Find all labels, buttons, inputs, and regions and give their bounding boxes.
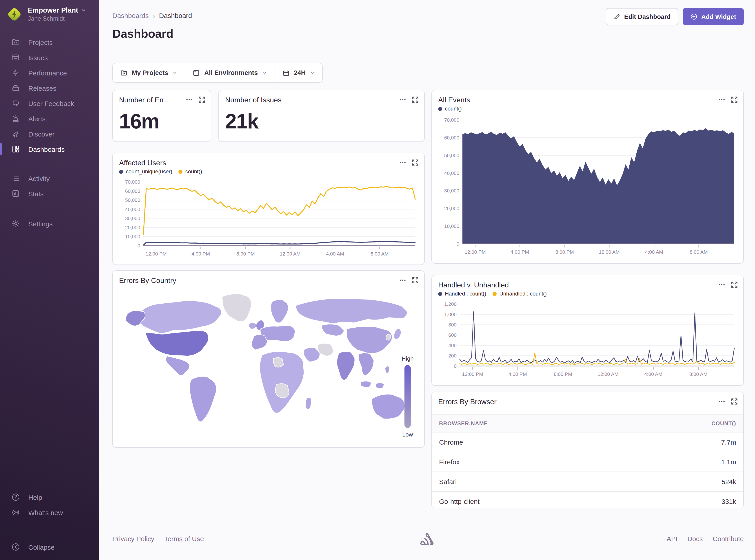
errors-count-value: 16m [119, 109, 159, 133]
widget-menu-icon[interactable] [718, 96, 725, 103]
sidebar-item-settings[interactable]: Settings [0, 216, 99, 231]
org-switcher[interactable]: Empower Plant Jane Schmidt [0, 0, 99, 27]
map-region-iceland[interactable] [249, 323, 256, 329]
all-events-chart[interactable]: 70,00060,00050,00040,00030,00020,00010,0… [438, 115, 738, 258]
legend-item-count[interactable]: count() [179, 168, 202, 175]
sidebar-item-activity[interactable]: Activity [0, 171, 99, 186]
legend-label: Unhandled : count() [499, 291, 547, 297]
time-range-dropdown[interactable]: 24H [274, 63, 322, 82]
map-region-korea[interactable] [386, 334, 391, 340]
map-region-us[interactable] [145, 331, 208, 356]
table-row-firefox: Firefox1.1m [432, 452, 743, 472]
activity-icon [11, 174, 20, 183]
map-region-central-asia[interactable] [322, 324, 344, 336]
sidebar-item-issues[interactable]: Issues [0, 50, 99, 65]
map-region-se-asia[interactable] [359, 353, 374, 376]
map-region-libya[interactable] [273, 358, 284, 367]
map-region-madagascar[interactable] [305, 397, 311, 409]
legend-dot [438, 292, 442, 296]
sidebar-item-label: User Feedback [28, 99, 74, 107]
sidebar-item-releases[interactable]: Releases [0, 80, 99, 96]
map-region-canada[interactable] [138, 301, 221, 333]
sidebar-item-alerts[interactable]: Alerts [0, 111, 99, 126]
widget-menu-icon[interactable] [399, 159, 406, 166]
sidebar-item-label: Alerts [28, 115, 45, 122]
footer-link-contribute[interactable]: Contribute [713, 535, 744, 542]
sidebar-item-help[interactable]: Help [0, 489, 99, 505]
legend-label: count() [445, 105, 462, 112]
map-region-china[interactable] [347, 327, 392, 354]
map-region-japan[interactable] [394, 328, 401, 339]
footer-link-terms-of-use[interactable]: Terms of Use [164, 535, 204, 542]
table-header-row: BROWSER.NAMECOUNT() [432, 415, 743, 432]
svg-text:60,000: 60,000 [125, 188, 140, 194]
widget-menu-icon[interactable] [718, 398, 725, 405]
widget-expand-icon[interactable] [731, 96, 738, 103]
world-map[interactable] [118, 289, 415, 442]
map-region-middle-east[interactable] [304, 347, 320, 362]
map-region-mexico[interactable] [166, 356, 190, 376]
footer-link-docs[interactable]: Docs [688, 535, 703, 542]
sidebar-item-user-feedback[interactable]: User Feedback [0, 96, 99, 111]
widget-expand-icon[interactable] [198, 96, 206, 103]
legend-item-unhandled-count[interactable]: Unhandled : count() [492, 291, 547, 297]
widget-expand-icon[interactable] [412, 96, 419, 103]
affected-users-chart[interactable]: 70,00060,00050,00040,00030,00020,00010,0… [119, 178, 419, 260]
widget-menu-icon[interactable] [718, 281, 725, 288]
widget-menu-icon[interactable] [399, 96, 406, 103]
map-region-russia[interactable] [296, 298, 407, 324]
widget-expand-icon[interactable] [412, 277, 419, 284]
widget-errors-by-country: Errors By Country [112, 271, 425, 448]
handled-chart[interactable]: 1,2001,000800600400200012:00 PM4:00 PM8:… [438, 300, 738, 380]
sidebar-item-performance[interactable]: Performance [0, 65, 99, 80]
sidebar-item-stats[interactable]: Stats [0, 186, 99, 201]
legend-item-count-unique-user[interactable]: count_unique(user) [119, 168, 172, 175]
browser-name-cell: Firefox [432, 452, 624, 472]
edit-dashboard-button[interactable]: Edit Dashboard [606, 8, 678, 25]
widget-menu-icon[interactable] [186, 96, 193, 103]
map-region-scandinavia[interactable] [271, 300, 288, 323]
map-region-india[interactable] [337, 352, 355, 380]
sidebar-nav-secondary: ActivityStats [0, 171, 99, 201]
sidebar-item-what-s-new[interactable]: What's new [0, 505, 99, 520]
map-region-iran[interactable] [318, 343, 334, 356]
widget-expand-icon[interactable] [731, 281, 738, 288]
map-region-indonesia-east[interactable] [375, 383, 384, 389]
projects-filter-dropdown[interactable]: My Projects [113, 63, 185, 82]
legend-item-count[interactable]: count() [438, 105, 462, 112]
widget-title: Errors By Country [119, 277, 176, 285]
map-region-france-iberia[interactable] [251, 335, 267, 350]
widget-menu-icon[interactable] [399, 277, 406, 284]
environments-filter-dropdown[interactable]: All Environments [185, 63, 275, 82]
svg-text:12:00 PM: 12:00 PM [146, 251, 167, 257]
sidebar-item-label: What's new [28, 508, 63, 516]
add-widget-button[interactable]: Add Widget [683, 8, 744, 25]
dashboards-icon [11, 145, 20, 154]
map-legend-gradient [404, 365, 411, 428]
sidebar-item-discover[interactable]: Discover [0, 126, 99, 141]
map-region-south-america[interactable] [189, 376, 216, 422]
sidebar-item-label: Help [28, 493, 42, 501]
sentry-logo-icon [419, 532, 434, 547]
widget-expand-icon[interactable] [731, 398, 738, 405]
svg-text:12:00 AM: 12:00 AM [280, 251, 301, 257]
widget-expand-icon[interactable] [412, 159, 419, 166]
svg-text:800: 800 [448, 322, 457, 327]
map-region-greenland[interactable] [222, 294, 251, 322]
map-region-central-africa[interactable] [275, 383, 289, 398]
svg-text:50,000: 50,000 [125, 197, 140, 203]
breadcrumb-dashboards-link[interactable]: Dashboards [112, 12, 149, 19]
map-region-philippines[interactable] [385, 366, 389, 373]
footer-link-api[interactable]: API [667, 535, 677, 542]
sidebar-item-dashboards[interactable]: Dashboards [0, 141, 99, 157]
svg-text:12:00 PM: 12:00 PM [462, 372, 483, 377]
widget-title: Number of Issues [225, 96, 282, 104]
map-region-indonesia[interactable] [361, 381, 371, 387]
sidebar-item-label: Stats [28, 190, 44, 197]
sidebar-item-projects[interactable]: Projects [0, 35, 99, 50]
svg-text:4:00 AM: 4:00 AM [326, 251, 344, 257]
legend-item-handled-count[interactable]: Handled : count() [438, 291, 486, 297]
browser-name-cell: Safari [432, 472, 624, 492]
sidebar-item-collapse[interactable]: Collapse [0, 539, 99, 555]
footer-link-privacy-policy[interactable]: Privacy Policy [112, 535, 154, 542]
